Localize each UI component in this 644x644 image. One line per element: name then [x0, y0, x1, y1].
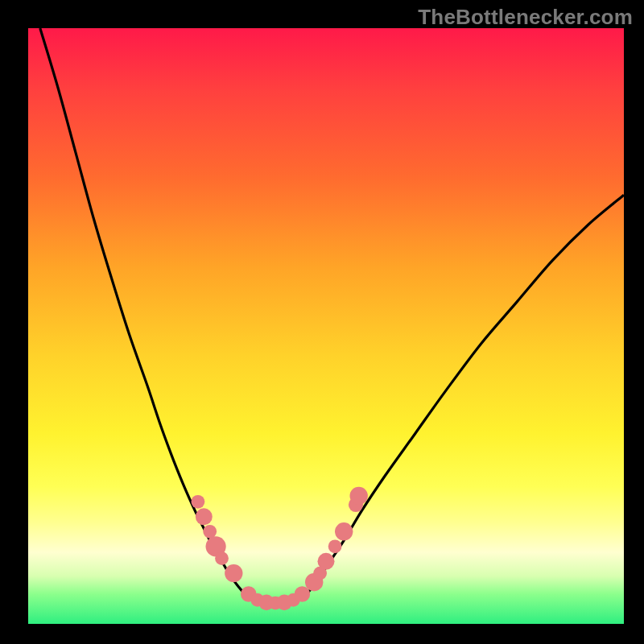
data-dot [196, 508, 213, 525]
data-dot [328, 539, 342, 553]
chart-svg [28, 28, 624, 624]
data-dot [225, 564, 242, 582]
curve-right [302, 195, 624, 599]
data-dot [295, 586, 311, 602]
data-dots [192, 487, 368, 611]
curve-left [40, 28, 249, 599]
plot-area [28, 28, 624, 624]
data-dot [203, 525, 217, 539]
data-dot [350, 487, 368, 505]
chart-frame: TheBottlenecker.com [0, 0, 644, 644]
data-dot [335, 522, 353, 540]
data-dot [215, 551, 229, 565]
data-dot [192, 495, 205, 509]
watermark-text: TheBottlenecker.com [418, 5, 633, 30]
data-dot [318, 553, 335, 570]
